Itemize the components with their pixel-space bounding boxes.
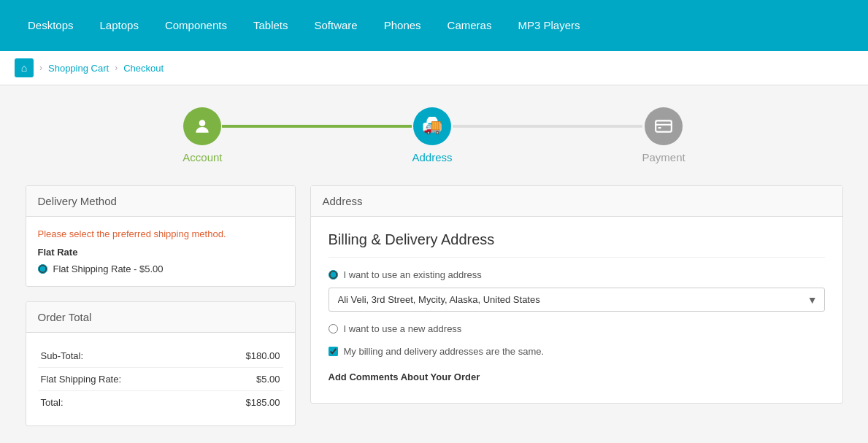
step-payment: Payment <box>642 107 685 163</box>
address-panel-header: Address <box>311 186 842 217</box>
svg-rect-7 <box>658 127 661 128</box>
step-address-label: Address <box>412 151 452 163</box>
delivery-warning: Please select the preferred shipping met… <box>38 228 283 239</box>
step-payment-icon <box>645 107 683 145</box>
address-select-wrapper: Ali Veli, 3rd Street, Mycity, Alaska, Un… <box>329 288 825 312</box>
nav-item-mp3players[interactable]: MP3 Players <box>504 0 593 51</box>
breadcrumb: ⌂ › Shopping Cart › Checkout <box>0 51 868 85</box>
order-total-row-label: Flat Shipping Rate: <box>38 368 206 391</box>
nav-item-phones[interactable]: Phones <box>371 0 434 51</box>
svg-point-0 <box>199 120 206 126</box>
flat-rate-radio[interactable] <box>38 264 47 274</box>
order-total-panel: Order Total Sub-Total: $180.00 Flat Ship… <box>26 301 296 426</box>
flat-rate-option-label[interactable]: Flat Shipping Rate - $5.00 <box>53 263 164 274</box>
new-address-radio[interactable] <box>329 324 338 334</box>
order-total-row-label: Sub-Total: <box>38 344 206 368</box>
step-account-label: Account <box>183 151 222 163</box>
order-total-row-value: $185.00 <box>205 391 283 415</box>
order-total-body: Sub-Total: $180.00 Flat Shipping Rate: $… <box>26 333 295 425</box>
home-icon[interactable]: ⌂ <box>15 58 34 77</box>
breadcrumb-checkout[interactable]: Checkout <box>123 63 164 74</box>
step-address-icon: 🚚 🚚 <box>413 107 451 145</box>
comments-label: Add Comments About Your Order <box>329 371 825 382</box>
left-panel: Delivery Method Please select the prefer… <box>26 185 296 441</box>
order-total-row: Flat Shipping Rate: $5.00 <box>38 368 283 391</box>
same-address-row: My billing and delivery addresses are th… <box>329 346 825 357</box>
step-account-icon <box>183 107 221 145</box>
order-total-table: Sub-Total: $180.00 Flat Shipping Rate: $… <box>38 344 283 414</box>
step-address: 🚚 🚚 Address <box>412 107 452 163</box>
order-total-row: Sub-Total: $180.00 <box>38 344 283 368</box>
nav-item-cameras[interactable]: Cameras <box>434 0 505 51</box>
delivery-method-panel: Delivery Method Please select the prefer… <box>26 185 296 287</box>
order-total-row-value: $180.00 <box>205 344 283 368</box>
new-address-row: I want to use a new address <box>329 323 825 334</box>
address-panel: Address Billing & Delivery Address I wan… <box>310 185 843 404</box>
order-total-row: Total: $185.00 <box>38 391 283 415</box>
nav-item-desktops[interactable]: Desktops <box>15 0 87 51</box>
existing-address-row: I want to use an existing address <box>329 269 825 280</box>
same-address-label[interactable]: My billing and delivery addresses are th… <box>344 346 545 357</box>
breadcrumb-shopping-cart[interactable]: Shopping Cart <box>48 63 109 74</box>
new-address-label[interactable]: I want to use a new address <box>344 323 462 334</box>
billing-title: Billing & Delivery Address <box>329 231 825 258</box>
right-panel: Address Billing & Delivery Address I wan… <box>310 185 843 441</box>
step-line-2 <box>453 125 642 128</box>
nav-item-laptops[interactable]: Laptops <box>87 0 152 51</box>
breadcrumb-sep-2: › <box>115 63 118 73</box>
checkout-steps: Account 🚚 🚚 Address Payment <box>0 85 868 178</box>
nav-item-components[interactable]: Components <box>152 0 240 51</box>
existing-address-label[interactable]: I want to use an existing address <box>344 269 482 280</box>
existing-address-radio[interactable] <box>329 270 338 280</box>
order-total-header: Order Total <box>26 302 295 333</box>
flat-rate-label: Flat Rate <box>38 247 283 258</box>
svg-rect-5 <box>656 120 672 131</box>
step-payment-label: Payment <box>642 151 685 163</box>
order-total-row-value: $5.00 <box>205 368 283 391</box>
address-select[interactable]: Ali Veli, 3rd Street, Mycity, Alaska, Un… <box>329 288 825 312</box>
order-total-row-label: Total: <box>38 391 206 415</box>
delivery-method-body: Please select the preferred shipping met… <box>26 217 295 286</box>
same-address-checkbox[interactable] <box>329 347 338 356</box>
breadcrumb-sep-1: › <box>39 63 42 73</box>
nav-item-software[interactable]: Software <box>302 0 371 51</box>
address-panel-body: Billing & Delivery Address I want to use… <box>311 217 842 403</box>
step-account: Account <box>183 107 222 163</box>
flat-rate-option: Flat Shipping Rate - $5.00 <box>38 263 283 274</box>
delivery-method-header: Delivery Method <box>26 186 295 217</box>
nav-item-tablets[interactable]: Tablets <box>240 0 302 51</box>
step-line-1 <box>222 125 412 128</box>
main-content: Delivery Method Please select the prefer… <box>11 178 858 443</box>
top-navigation: Desktops Laptops Components Tablets Soft… <box>0 0 868 51</box>
